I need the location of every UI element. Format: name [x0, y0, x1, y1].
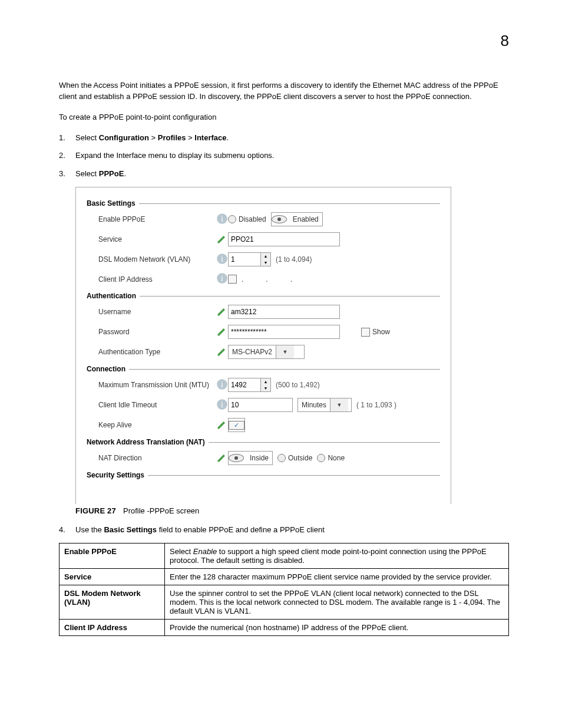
page-number: 8 — [501, 32, 509, 50]
vlan-label: DSL Modem Network (VLAN) — [98, 255, 216, 263]
step-1: Select Configuration > Profiles > Interf… — [59, 133, 509, 144]
edit-icon[interactable] — [216, 325, 228, 339]
clientip-checkbox[interactable] — [228, 275, 237, 284]
mtu-spinner[interactable]: ▲▼ — [228, 378, 271, 392]
tbl-v-3: Provide the numerical (non hostname) IP … — [165, 619, 509, 635]
password-label: Password — [98, 328, 216, 336]
edit-icon[interactable] — [216, 452, 228, 465]
table-row: Client IP Address Provide the numerical … — [59, 619, 509, 635]
vlan-spin-down[interactable]: ▼ — [261, 259, 270, 266]
show-password-checkbox[interactable]: Show — [361, 328, 390, 337]
tbl-v-1: Enter the 128 character maximum PPPoE cl… — [165, 568, 509, 585]
settings-table: Enable PPPoE Select Enable to support a … — [59, 543, 509, 636]
section-basic-title: Basic Settings — [87, 199, 135, 207]
edit-icon[interactable] — [216, 419, 228, 432]
svg-text:i: i — [221, 255, 223, 263]
chevron-down-icon: ▼ — [276, 345, 294, 358]
tbl-k-0: Enable PPPoE — [59, 543, 165, 568]
section-nat-title: Network Address Translation (NAT) — [87, 438, 205, 446]
mtu-hint: (500 to 1,492) — [276, 381, 320, 389]
keepalive-checkbox[interactable] — [228, 418, 245, 432]
idle-hint: ( 1 to 1,093 ) — [356, 401, 396, 409]
figure-caption: FIGURE 27Profile -PPPoE screen — [75, 506, 509, 515]
tbl-k-2: DSL Modem Network (VLAN) — [59, 585, 165, 619]
idle-input[interactable] — [228, 398, 293, 412]
chevron-down-icon: ▼ — [330, 398, 348, 411]
tbl-v-0: Select Enable to support a high speed cl… — [165, 543, 509, 568]
edit-icon[interactable] — [216, 233, 228, 246]
step-4: Use the Basic Settings field to enable P… — [59, 525, 509, 536]
enable-pppoe-disabled-radio[interactable]: Disabled — [228, 215, 266, 223]
svg-text:i: i — [221, 380, 223, 389]
info-icon[interactable]: i — [216, 398, 228, 412]
info-icon[interactable]: i — [216, 253, 228, 266]
edit-icon[interactable] — [216, 345, 228, 359]
username-label: Username — [98, 308, 216, 316]
intro-paragraph: When the Access Point initiates a PPPoE … — [59, 80, 509, 103]
keepalive-label: Keep Alive — [98, 421, 216, 429]
vlan-hint: (1 to 4,094) — [276, 255, 312, 263]
svg-text:i: i — [221, 215, 223, 223]
enable-pppoe-label: Enable PPPoE — [98, 215, 216, 223]
info-icon[interactable]: i — [216, 378, 228, 392]
info-icon[interactable]: i — [216, 213, 228, 226]
tbl-k-3: Client IP Address — [59, 619, 165, 635]
pppoe-screenshot: Basic Settings Enable PPPoE i Disabled E… — [75, 187, 451, 504]
idle-label: Client Idle Timeout — [98, 401, 216, 409]
nat-inside-radio[interactable]: Inside — [228, 451, 273, 465]
service-label: Service — [98, 235, 216, 243]
section-auth-title: Authentication — [87, 292, 136, 300]
table-row: Service Enter the 128 character maximum … — [59, 568, 509, 585]
nat-dir-label: NAT Direction — [98, 454, 216, 462]
step-3: Select PPPoE. — [59, 169, 509, 180]
mtu-label: Maximum Transmission Unit (MTU) — [98, 381, 216, 389]
step-2: Expand the Interface menu to display its… — [59, 150, 509, 162]
nat-outside-radio[interactable]: Outside — [277, 454, 312, 462]
vlan-input[interactable] — [229, 253, 260, 266]
username-input[interactable] — [228, 305, 340, 319]
enable-pppoe-enabled-radio[interactable]: Enabled — [271, 212, 323, 226]
tbl-v-2: Use the spinner control to set the PPPoE… — [165, 585, 509, 619]
service-input[interactable] — [228, 232, 340, 246]
lead-paragraph: To create a PPPoE point-to-point configu… — [59, 112, 509, 123]
info-icon[interactable]: i — [216, 272, 228, 286]
mtu-down[interactable]: ▼ — [261, 385, 270, 391]
clientip-label: Client IP Address — [98, 275, 216, 284]
section-security-title: Security Settings — [87, 471, 144, 479]
table-row: DSL Modem Network (VLAN) Use the spinner… — [59, 585, 509, 619]
vlan-spinner[interactable]: ▲▼ — [228, 252, 271, 266]
tbl-k-1: Service — [59, 568, 165, 585]
vlan-spin-up[interactable]: ▲ — [261, 253, 270, 259]
mtu-up[interactable]: ▲ — [261, 378, 270, 385]
mtu-input[interactable] — [229, 378, 260, 391]
edit-icon[interactable] — [216, 305, 228, 319]
authtype-select[interactable]: MS-CHAPv2▼ — [228, 345, 305, 359]
svg-text:i: i — [221, 400, 223, 409]
nat-none-radio[interactable]: None — [317, 454, 345, 462]
svg-text:i: i — [221, 274, 223, 283]
password-input[interactable] — [228, 325, 340, 339]
authtype-label: Authentication Type — [98, 348, 216, 356]
table-row: Enable PPPoE Select Enable to support a … — [59, 543, 509, 568]
section-conn-title: Connection — [87, 365, 125, 373]
idle-unit-select[interactable]: Minutes▼ — [297, 398, 352, 412]
